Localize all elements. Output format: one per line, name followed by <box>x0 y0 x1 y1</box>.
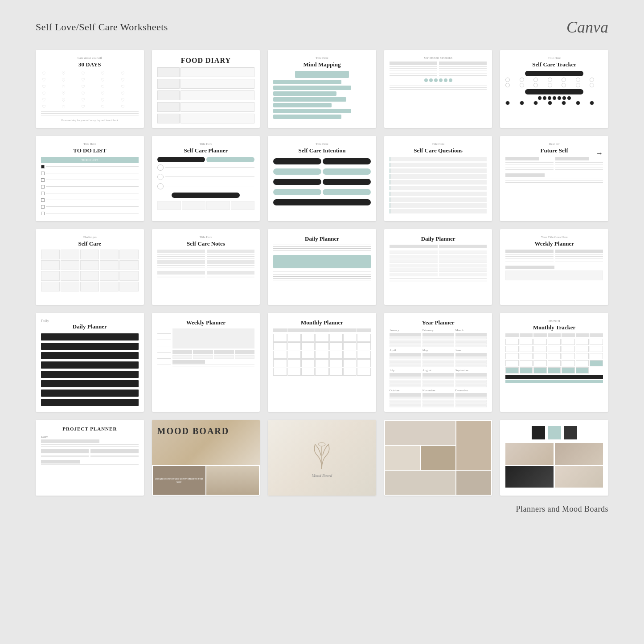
food-row <box>157 102 255 112</box>
tracker-circle <box>533 78 538 82</box>
ym-header <box>390 333 421 336</box>
tracker-header <box>505 333 603 337</box>
intention-content <box>273 157 371 205</box>
mood-lines <box>390 66 437 76</box>
card-title: Daily Planner <box>273 235 371 242</box>
card-todo-list[interactable]: Title Here TO DO LIST TO DO LIST <box>36 136 144 221</box>
card-monthly-tracker[interactable]: MONTH Monthly Tracker <box>500 313 608 412</box>
line <box>41 115 139 115</box>
wp2-notes-box <box>172 328 255 349</box>
card-mind-mapping[interactable]: Title Here Mind Mapping <box>268 50 376 128</box>
ym-row <box>422 342 454 345</box>
ym-row <box>422 382 454 385</box>
line <box>157 276 205 276</box>
month-cell <box>343 368 357 376</box>
tracker-cell <box>520 339 533 345</box>
page-wrapper: Self Love/Self Care Worksheets Canva Car… <box>0 0 644 532</box>
todo-row <box>41 165 139 168</box>
tracker-cell <box>562 353 575 359</box>
month-name: November <box>422 389 454 392</box>
month-cell <box>357 334 370 342</box>
card-monthly-planner[interactable]: Monthly Planner <box>268 313 376 412</box>
card-daily-planner-1[interactable]: Daily Planner <box>268 229 376 305</box>
ym-row <box>390 337 421 339</box>
todo-row <box>41 172 139 175</box>
card-weekly-planner-1[interactable]: Your Title Goes Here Weekly Planner <box>500 229 608 305</box>
card-weekly-planner-2[interactable]: Weekly Planner <box>152 313 260 412</box>
tracker-col-header <box>590 333 603 337</box>
tracker-cell <box>548 353 561 359</box>
month-cell <box>329 351 343 359</box>
collage-cell-6 <box>456 471 491 495</box>
card-self-care-tracker[interactable]: Title Here Self Care Tracker <box>500 50 608 128</box>
monthly-header-row <box>273 328 371 332</box>
card-mood-stories[interactable]: MY MOOD STORIES <box>384 50 492 128</box>
checkbox <box>41 198 45 202</box>
future-bottom <box>505 173 603 183</box>
question-row <box>390 203 487 208</box>
card-title: PROJECT PLANNER <box>41 426 139 432</box>
heart-icon: ♡ <box>81 98 86 103</box>
ym-row <box>422 402 454 405</box>
mood-header <box>390 62 437 65</box>
header: Self Love/Self Care Worksheets Canva <box>36 18 608 37</box>
card-30days[interactable]: Care about yourself 30 DAYS ♡ ♡ ♡ ♡ ♡ ♡ … <box>36 50 144 128</box>
dot <box>429 78 433 82</box>
card-self-care-notes[interactable]: Title Here Self Care Notes <box>152 229 260 305</box>
cal-cell <box>172 355 193 359</box>
card-mood-board-4[interactable] <box>500 420 608 496</box>
line <box>90 455 138 455</box>
card-year-planner[interactable]: Year Planner January February <box>384 313 492 412</box>
card-subtitle: Title Here <box>505 56 603 60</box>
heart-icon: ♡ <box>120 98 125 103</box>
card-future-self[interactable]: Dear my Future Self → <box>500 136 608 221</box>
food-value-cell <box>180 67 255 77</box>
dot <box>548 96 551 100</box>
notes-header-3 <box>157 271 205 275</box>
card-daily-planner-3[interactable]: Daily Daily Planner <box>36 313 144 412</box>
month-cell <box>315 368 328 376</box>
tracker-cell <box>576 353 589 359</box>
line <box>41 113 139 114</box>
card-self-care-questions[interactable]: Title Here Self Care Questions <box>384 136 492 221</box>
year-month-mar: March <box>455 328 487 347</box>
card-mood-board-1[interactable]: MOOD BOARD Design distinctive and utterl… <box>152 420 260 496</box>
ym-row <box>455 402 487 405</box>
month-cell <box>329 368 343 376</box>
card-self-care-intention[interactable]: Title Here Self Care Intention <box>268 136 376 221</box>
question-row <box>390 168 487 173</box>
collage-cell-1 <box>385 421 455 445</box>
card-project-planner[interactable]: PROJECT PLANNER Daily <box>36 420 144 496</box>
schedule-col-1 <box>390 245 438 276</box>
month-name: June <box>455 349 487 352</box>
heart-icon: ♡ <box>81 84 86 90</box>
heart-icon: ♡ <box>81 71 86 76</box>
ym-row <box>455 345 487 347</box>
card-mood-board-2[interactable]: Mood Board <box>268 420 376 496</box>
card-mood-board-3[interactable] <box>384 420 492 496</box>
intentions-grid <box>273 168 371 175</box>
tracker-cell <box>576 339 589 345</box>
card-self-care-challenges[interactable]: Challenges Self Care <box>36 229 144 305</box>
circle-icon <box>157 174 164 180</box>
stripe <box>41 361 139 369</box>
line <box>555 256 603 257</box>
challenge-cell <box>80 250 99 259</box>
month-cell <box>329 334 343 342</box>
heart-icon: ♡ <box>120 84 125 90</box>
month-cell <box>315 359 328 367</box>
line <box>41 455 89 455</box>
tracker-main-grid <box>505 339 603 373</box>
scp-content <box>157 157 255 210</box>
line <box>273 245 371 245</box>
notes-header-2 <box>157 260 205 264</box>
ym-row <box>390 377 421 379</box>
challenge-cell <box>41 250 60 259</box>
card-food-diary[interactable]: FOOD DIARY <box>152 50 260 128</box>
line <box>390 66 437 67</box>
mood-board-image <box>206 466 259 495</box>
mind-node <box>273 109 351 113</box>
card-self-care-planner[interactable]: Title Here Self Care Planner <box>152 136 260 221</box>
card-daily-planner-2[interactable]: Daily Planner <box>384 229 492 305</box>
collage-3 <box>384 420 492 496</box>
